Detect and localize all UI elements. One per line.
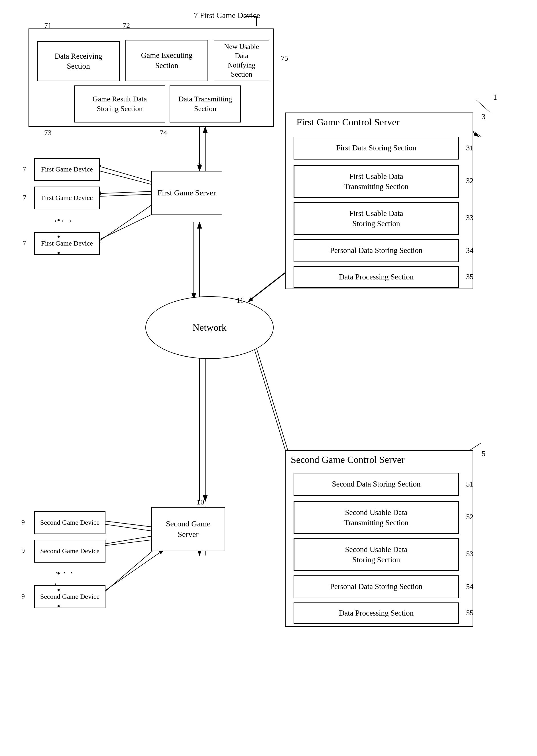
ref-9c: 9 <box>21 592 25 600</box>
second-game-device-item-3: Second Game Device <box>34 586 105 608</box>
ref-75: 75 <box>281 54 288 63</box>
game-result-data-storing-section-box: Game Result Data Storing Section <box>74 86 165 123</box>
data-processing-section-2-box: Data Processing Section <box>294 602 459 624</box>
data-processing-section-1-box: Data Processing Section <box>294 266 459 288</box>
ref-53: 53 <box>466 550 474 558</box>
ref-5: 5 <box>482 449 485 458</box>
ref-74: 74 <box>160 129 167 137</box>
ref-52: 52 <box>466 513 474 521</box>
ref-72: 72 <box>123 21 130 30</box>
ref-32: 32 <box>466 176 474 185</box>
ref-11: 11 <box>236 296 244 305</box>
network-ellipse: Network <box>145 296 274 359</box>
ref-8: 8 <box>198 161 202 170</box>
ref-7c: 7 <box>23 239 26 247</box>
first-game-device-item-3: First Game Device <box>34 232 100 255</box>
ref-33: 33 <box>466 214 474 222</box>
second-game-device-item-2: Second Game Device <box>34 540 105 563</box>
ref-55: 55 <box>466 609 474 617</box>
ref-54: 54 <box>466 583 474 591</box>
first-game-control-server-title: First Game Control Server <box>296 117 400 128</box>
first-game-server-box: First Game Server <box>151 171 222 215</box>
ref-10: 10 <box>197 498 204 507</box>
ref-51: 51 <box>466 480 474 488</box>
diagram: 71 72 7 First Game Device 73 74 75 Data … <box>0 0 537 756</box>
second-game-server-box: Second Game Server <box>151 507 225 551</box>
dots-middle-2: ••• <box>57 565 60 615</box>
ref-31: 31 <box>466 144 474 152</box>
first-game-device-item-2: First Game Device <box>34 187 100 209</box>
ref-9b: 9 <box>21 547 25 554</box>
data-receiving-section-box: Data Receiving Section <box>37 41 120 81</box>
second-usable-data-transmitting-section-box: Second Usable Data Transmitting Section <box>294 501 459 534</box>
ref-9a: 9 <box>21 518 25 526</box>
second-data-storing-section-box: Second Data Storing Section <box>294 473 459 496</box>
svg-line-31 <box>476 100 490 113</box>
ref-35: 35 <box>466 273 474 281</box>
data-transmitting-section-box: Data Transmitting Section <box>170 86 241 123</box>
first-game-device-title-label: 7 First Game Device <box>194 11 260 20</box>
first-data-storing-section-box: First Data Storing Section <box>294 137 459 160</box>
ref-7b: 7 <box>23 194 26 202</box>
ref-1: 1 <box>493 93 497 102</box>
second-game-device-item-1: Second Game Device <box>34 511 105 534</box>
second-game-control-server-title: Second Game Control Server <box>291 454 404 465</box>
second-usable-data-storing-section-box: Second Usable Data Storing Section <box>294 538 459 571</box>
first-usable-data-transmitting-section-box: First Usable Data Transmitting Section <box>294 165 459 198</box>
ref-71: 71 <box>44 21 52 30</box>
ref-73: 73 <box>44 129 52 137</box>
personal-data-storing-section-2-box: Personal Data Storing Section <box>294 575 459 598</box>
personal-data-storing-section-1-box: Personal Data Storing Section <box>294 239 459 262</box>
new-usable-data-notifying-section-box: New Usable Data Notifying Section <box>214 40 269 81</box>
ref-34: 34 <box>466 246 474 255</box>
first-game-device-item-1: First Game Device <box>34 158 100 181</box>
game-executing-section-box: Game Executing Section <box>125 40 208 81</box>
ref-3: 3 <box>482 113 485 121</box>
ref-7a: 7 <box>23 165 26 173</box>
dots-middle-1: ••• <box>57 212 60 261</box>
first-usable-data-storing-section-box: First Usable Data Storing Section <box>294 202 459 235</box>
